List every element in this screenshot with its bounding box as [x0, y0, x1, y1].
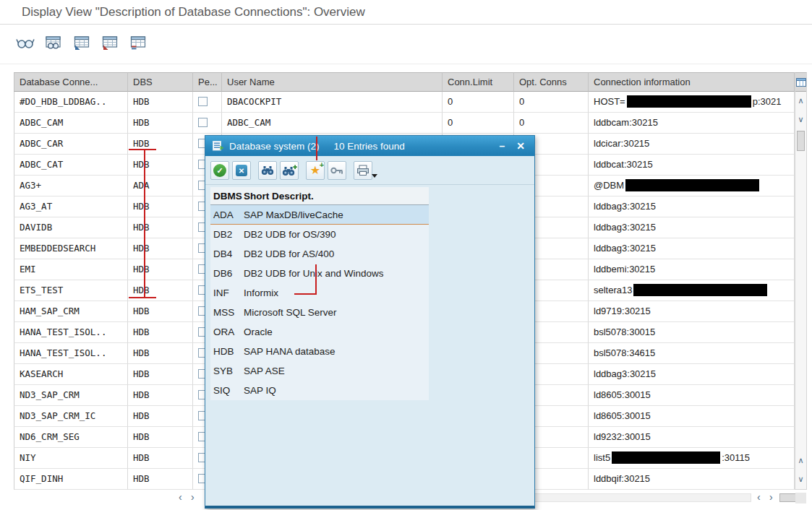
- horizontal-scrollbar-thumb[interactable]: [779, 493, 797, 502]
- connection-info-cell: HOST=p:3021: [589, 92, 795, 113]
- scroll-up-icon[interactable]: ∧: [795, 456, 806, 465]
- dbs-cell: HDB: [128, 196, 193, 217]
- scroll-right-icon[interactable]: ›: [191, 491, 195, 503]
- redaction-bar: [625, 179, 759, 191]
- dbms-list-body: ADA SAP MaxDB/liveCache DB2 DB2 UDB for …: [210, 205, 429, 400]
- connection-name-cell: AG3_AT: [14, 196, 128, 217]
- dbms-list-item[interactable]: SYB SAP ASE: [210, 361, 429, 381]
- dbms-description: Microsoft SQL Server: [244, 307, 429, 318]
- cancel-icon[interactable]: ✕: [232, 161, 251, 180]
- connection-name-cell: ND6_CRM_SEG: [14, 427, 128, 448]
- dbs-cell: HDB: [128, 92, 193, 113]
- find-next-icon[interactable]: [280, 161, 299, 180]
- dbs-cell: HDB: [128, 385, 193, 406]
- connection-name-cell: HAM_SAP_CRM: [14, 301, 128, 322]
- dbms-code: INF: [210, 288, 244, 298]
- dbs-cell: HDB: [128, 238, 193, 259]
- vertical-scrollbar-thumb[interactable]: [797, 131, 805, 151]
- connection-name-cell: ADBC_CAR: [14, 134, 128, 155]
- connection-info-cell: @DBM: [589, 176, 795, 196]
- connection-name-cell: HANA_TEST_ISOL..: [14, 343, 128, 364]
- col-header-dbs[interactable]: DBS: [128, 72, 193, 92]
- dialog-body: ✓ ✕: [205, 156, 534, 506]
- redaction-bar: [633, 284, 767, 296]
- table-arrow-blue-icon[interactable]: [71, 30, 93, 55]
- minimize-button[interactable]: –: [495, 140, 508, 152]
- connection-info-cell: ld8605:30015: [589, 406, 795, 427]
- dbms-list-item[interactable]: HDB SAP HANA database: [210, 342, 429, 361]
- table-row[interactable]: ADBC_CAM HDB ADBC_CAM 0 0 lddbcam:30215: [14, 113, 795, 134]
- scroll-right-icon[interactable]: ›: [769, 491, 773, 503]
- dbs-cell: HDB: [128, 322, 193, 343]
- annotation-mark: [316, 137, 317, 160]
- divider: [0, 24, 812, 25]
- connection-name-cell: EMI: [14, 259, 128, 280]
- table-config-icon[interactable]: [795, 73, 806, 92]
- dbms-code: DB2: [210, 229, 244, 240]
- table-arrow-red-icon[interactable]: [99, 30, 121, 55]
- connection-info-cell: ldcicar:30215: [589, 134, 795, 155]
- print-icon[interactable]: [354, 161, 372, 180]
- permanent-checkbox[interactable]: [198, 118, 208, 127]
- dbms-description: SAP IQ: [244, 385, 429, 396]
- dbms-description: Oracle: [244, 327, 429, 337]
- dbms-list-item[interactable]: INF Informix: [210, 283, 429, 303]
- col-header-conn-limit[interactable]: Conn.Limit: [443, 72, 514, 92]
- dialog-titlebar[interactable]: Database system (2) 10 Entries found – ✕: [205, 136, 534, 156]
- col-header-info[interactable]: Connection information: [589, 72, 795, 92]
- table-row[interactable]: #DO_HDB_LDDBAG.. HDB DBACOCKPIT 0 0 HOST…: [14, 92, 795, 113]
- user-name-cell: ADBC_CAM: [222, 113, 443, 134]
- col-header-opt-conns[interactable]: Opt. Conns: [514, 72, 589, 92]
- dbs-cell: HDB: [128, 406, 193, 427]
- permanent-checkbox[interactable]: [198, 97, 208, 106]
- dbms-list-item[interactable]: ORA Oracle: [210, 322, 429, 342]
- entries-found-label: 10 Entries found: [334, 141, 405, 152]
- find-icon[interactable]: [258, 161, 277, 180]
- col-header-permanent[interactable]: Pe...: [193, 72, 222, 92]
- dbs-cell: HDB: [128, 364, 193, 385]
- ok-icon[interactable]: ✓: [210, 161, 229, 180]
- close-button[interactable]: ✕: [514, 140, 527, 152]
- add-favorite-icon[interactable]: ★+: [306, 161, 325, 180]
- dbs-cell: HDB: [128, 155, 193, 176]
- connection-info-cell: lddbag3:30215: [589, 217, 795, 238]
- scroll-down-icon[interactable]: ∨: [795, 475, 806, 484]
- connection-info-cell: lddbag3:30215: [589, 196, 795, 217]
- scroll-left-icon[interactable]: ‹: [179, 491, 182, 503]
- conn-limit-cell: 0: [443, 113, 514, 134]
- col-header-dbms[interactable]: DBMS: [210, 191, 244, 202]
- scroll-left-icon[interactable]: ‹: [757, 491, 761, 503]
- dialog-title: Database system (2): [229, 141, 320, 152]
- annotation-mark: [294, 293, 317, 295]
- dbs-cell: HDB: [128, 448, 193, 469]
- connection-name-cell: DAVIDB: [14, 217, 128, 238]
- connection-name-cell: HANA_TEST_ISOL..: [14, 322, 128, 343]
- dbms-code: DB6: [210, 268, 244, 279]
- spectacles-icon[interactable]: [14, 30, 36, 55]
- plus-icon: +: [320, 161, 324, 169]
- page-title: Display View "Description of Database Co…: [22, 5, 365, 20]
- connection-name-cell: EMBEDDEDSEARCH: [14, 238, 128, 259]
- dropdown-arrow-icon[interactable]: [372, 174, 377, 178]
- dbms-list-item[interactable]: ADA SAP MaxDB/liveCache: [210, 205, 429, 225]
- col-header-short-descript[interactable]: Short Descript.: [244, 191, 429, 202]
- scroll-down-icon[interactable]: ∨: [795, 115, 806, 124]
- connection-name-cell: ADBC_CAM: [14, 113, 128, 134]
- connection-info-cell: seltera13: [589, 280, 795, 301]
- connection-info-cell: lddbcam:30215: [589, 113, 795, 134]
- table-spectacles-icon[interactable]: [43, 30, 64, 55]
- dbms-list-item[interactable]: DB4 DB2 UDB for AS/400: [210, 244, 429, 264]
- dbs-cell: HDB: [128, 427, 193, 448]
- dbms-list-item[interactable]: DB6 DB2 UDB for Unix and Windows: [210, 264, 429, 283]
- dbms-list-item[interactable]: SIQ SAP IQ: [210, 381, 429, 400]
- dbms-list-item[interactable]: MSS Microsoft SQL Server: [210, 303, 429, 322]
- key-icon[interactable]: [328, 161, 346, 180]
- table-lines-icon[interactable]: [127, 30, 149, 55]
- scroll-up-icon[interactable]: ∧: [795, 96, 806, 105]
- connection-info-cell: ld9232:30015: [589, 427, 795, 448]
- dbms-list-item[interactable]: DB2 DB2 UDB for OS/390: [210, 225, 429, 244]
- col-header-user[interactable]: User Name: [222, 72, 443, 92]
- col-header-connection[interactable]: Database Conne...: [14, 72, 128, 92]
- vertical-scrollbar[interactable]: ∧ ∨ ∧ ∨: [795, 72, 807, 490]
- user-name-cell: DBACOCKPIT: [222, 92, 443, 113]
